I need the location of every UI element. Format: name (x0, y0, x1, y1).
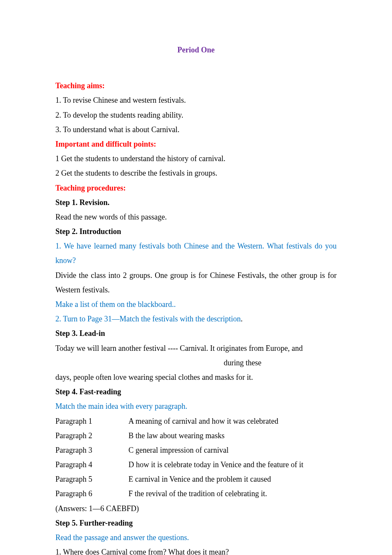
match-row-1: Paragraph 1 A meaning of carnival and ho… (55, 414, 303, 428)
page-title: Period One (55, 43, 337, 57)
step1-text: Read the new words of this passage. (55, 210, 337, 224)
match-row-4: Paragraph 4 D how it is celebrate today … (55, 457, 303, 472)
teaching-aims-item-1: 1. To revise Chinese and western festiva… (55, 93, 337, 107)
match-left-6: Paragraph 6 (55, 486, 128, 501)
match-row-5: Paragraph 5 E carnival in Venice and the… (55, 472, 303, 486)
match-right-3: C general impression of carnival (128, 443, 303, 457)
match-row-3: Paragraph 3 C general impression of carn… (55, 443, 303, 457)
match-right-6: F the revival of the tradition of celebr… (128, 486, 303, 501)
important-points-item-1: 1 Get the students to understand the his… (55, 151, 337, 166)
match-table: Paragraph 1 A meaning of carnival and ho… (55, 414, 303, 501)
step2-q2: 2. Turn to Page 31—Match the festivals w… (55, 315, 241, 323)
step4-heading: Step 4. Fast-reading (55, 384, 337, 399)
step3-heading: Step 3. Lead-in (55, 326, 337, 341)
step2-text1: Divide the class into 2 groups. One grou… (55, 268, 337, 297)
match-left-1: Paragraph 1 (55, 414, 128, 428)
match-left-3: Paragraph 3 (55, 443, 128, 457)
match-right-4: D how it is celebrate today in Venice an… (128, 457, 303, 472)
step2-period: . (241, 315, 243, 323)
teaching-aims-item-2: 2. To develop the students reading abili… (55, 108, 337, 122)
step3-text1: Today we will learn another festival ---… (55, 341, 337, 356)
step5-q1: 1. Where does Carnival come from? What d… (55, 545, 337, 555)
teaching-aims-heading: Teaching aims: (55, 78, 337, 93)
match-row-2: Paragraph 2 B the law about wearing mask… (55, 428, 303, 443)
step2-heading: Step 2. Introduction (55, 224, 337, 239)
match-left-2: Paragraph 2 (55, 428, 128, 443)
important-points-item-2: 2 Get the students to describe the festi… (55, 166, 337, 180)
match-left-5: Paragraph 5 (55, 472, 128, 486)
step2-note1: Make a list of them on the blackboard.. (55, 297, 337, 312)
step1-heading: Step 1. Revision. (55, 195, 337, 210)
step5-note: Read the passage and answer the question… (55, 530, 337, 545)
step2-q2-line: 2. Turn to Page 31—Match the festivals w… (55, 312, 337, 326)
important-points-heading: Important and difficult points: (55, 137, 337, 151)
teaching-aims-item-3: 3. To understand what is about Carnival. (55, 122, 337, 137)
match-right-5: E carnival in Venice and the problem it … (128, 472, 303, 486)
match-right-2: B the law about wearing masks (128, 428, 303, 443)
step5-heading: Step 5. Further-reading (55, 516, 337, 530)
step4-answers: (Answers: 1—6 CAEBFD) (55, 501, 337, 516)
step3-text3: days, people often love wearing special … (55, 370, 337, 384)
step3-text2: during these (55, 356, 337, 370)
match-right-1: A meaning of carnival and how it was cel… (128, 414, 303, 428)
match-row-6: Paragraph 6 F the revival of the traditi… (55, 486, 303, 501)
step2-q1: 1. We have learned many festivals both C… (55, 239, 337, 268)
step4-note: Match the main idea with every paragraph… (55, 399, 337, 413)
procedures-heading: Teaching procedures: (55, 181, 337, 195)
match-left-4: Paragraph 4 (55, 457, 128, 472)
